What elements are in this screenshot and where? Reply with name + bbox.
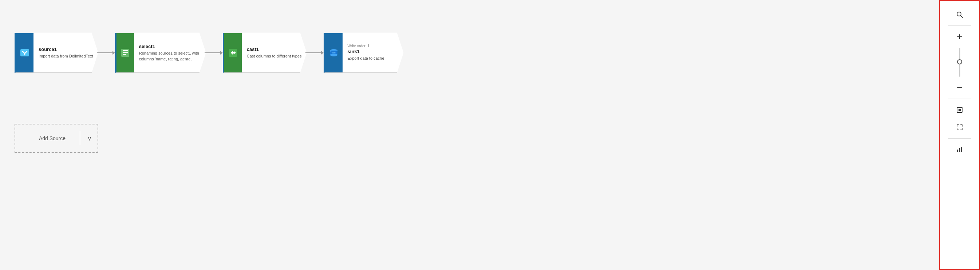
connector-2 (205, 51, 223, 55)
cast1-title: cast1 (247, 46, 302, 52)
source-icon (20, 48, 30, 58)
select-icon-bg (116, 33, 134, 72)
svg-point-10 (957, 12, 961, 16)
statistics-button[interactable] (951, 141, 967, 157)
node-sink1[interactable]: Write order: 1 sink1 Export data to cach… (324, 33, 404, 73)
zoom-slider-thumb[interactable] (957, 59, 962, 64)
svg-rect-3 (123, 50, 128, 51)
sink1-desc: Export data to cache (348, 56, 399, 61)
search-button[interactable] (951, 6, 967, 22)
source1-desc: Import data from DelimitedText (38, 54, 93, 59)
arrow-line-2 (205, 52, 220, 53)
toolbar-divider-2 (948, 98, 972, 99)
pipeline-row: source1 Import data from DelimitedText + (14, 33, 404, 73)
canvas-area: source1 Import data from DelimitedText + (0, 0, 939, 270)
source-icon-bg (16, 33, 33, 72)
add-source-box[interactable]: Add Source ∨ (14, 124, 98, 153)
sink1-title: sink1 (348, 49, 399, 54)
node-select1[interactable]: select1 Renaming source1 to select1 with… (115, 33, 206, 73)
svg-line-11 (961, 16, 963, 17)
fit-canvas-icon (956, 106, 963, 114)
arrow-head-3 (321, 51, 324, 55)
svg-rect-16 (959, 109, 961, 111)
svg-rect-19 (961, 147, 962, 152)
add-source-divider (80, 131, 80, 145)
statistics-icon (956, 146, 963, 153)
select1-title: select1 (139, 44, 201, 49)
sink-icon (329, 48, 339, 58)
toolbar-divider-3 (948, 138, 972, 139)
fit-canvas-button[interactable] (951, 102, 967, 118)
search-icon (956, 11, 963, 18)
select1-body: select1 Renaming source1 to select1 with… (134, 33, 206, 72)
connector-3 (305, 51, 324, 55)
source1-title: source1 (38, 46, 93, 52)
node-cast1[interactable]: cast1 Cast columns to different types + (223, 33, 307, 73)
svg-point-9 (330, 54, 337, 56)
zoom-slider-track[interactable] (959, 48, 960, 77)
node-source1[interactable]: source1 Import data from DelimitedText + (14, 33, 98, 73)
connector-1 (97, 51, 115, 55)
cast1-desc: Cast columns to different types (247, 54, 302, 59)
svg-rect-4 (123, 52, 128, 53)
arrow-head-2 (220, 51, 223, 55)
fit-selection-icon (956, 124, 963, 131)
svg-rect-17 (957, 149, 958, 152)
cast1-body: cast1 Cast columns to different types (242, 33, 307, 72)
cast-icon-bg (224, 33, 242, 72)
sink-icon-bg (325, 33, 342, 72)
toolbar-divider-1 (948, 25, 972, 26)
zoom-out-icon (956, 84, 963, 91)
source1-plus-button[interactable]: + (95, 70, 103, 78)
add-source-chevron[interactable]: ∨ (81, 135, 97, 142)
select1-plus-button[interactable]: + (203, 70, 211, 78)
arrow-line-3 (305, 52, 321, 53)
right-toolbar (939, 0, 980, 270)
sink1-body: Write order: 1 sink1 Export data to cach… (342, 33, 404, 72)
cast1-plus-button[interactable]: + (304, 70, 312, 78)
select-icon (120, 48, 130, 58)
cast-icon (228, 48, 238, 58)
zoom-in-button[interactable] (951, 29, 967, 45)
add-source-label: Add Source (15, 135, 78, 141)
zoom-in-icon (956, 33, 963, 40)
zoom-out-button[interactable] (951, 80, 967, 96)
svg-rect-18 (959, 148, 960, 152)
sink1-badge: Write order: 1 (348, 44, 399, 48)
zoom-slider-container (959, 46, 960, 78)
select1-desc: Renaming source1 to select1 with columns… (139, 51, 201, 62)
fit-selection-button[interactable] (951, 119, 967, 135)
arrow-line-1 (97, 52, 113, 53)
source1-body: source1 Import data from DelimitedText (33, 33, 98, 72)
arrow-head-1 (113, 51, 115, 55)
svg-rect-5 (123, 54, 126, 55)
